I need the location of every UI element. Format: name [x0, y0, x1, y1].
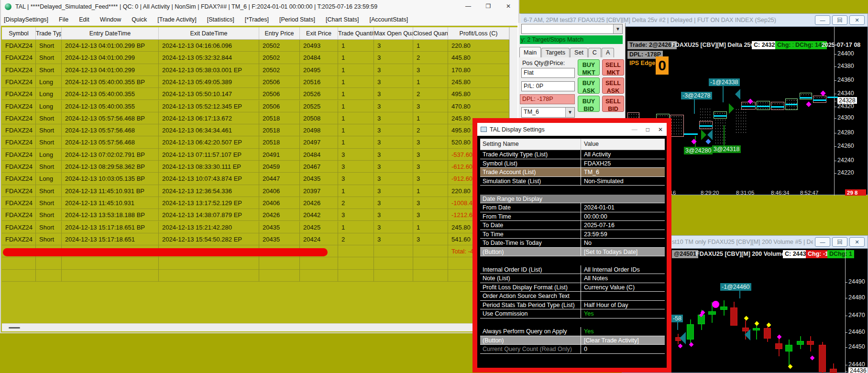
maximize-icon[interactable]: □ [646, 126, 649, 133]
setting-row-from-date[interactable]: From Date2024-01-01 [480, 203, 665, 212]
setting-row-date-range-to-display[interactable]: Date Range to Display [480, 195, 665, 204]
table-row[interactable]: FDAXZ24Short2024-12-13 05:57:56.4682024-… [2, 136, 509, 148]
setting-row--button-[interactable]: (Button)[Set to Todays Date] [480, 248, 665, 257]
buy-mkt-button[interactable]: BUYMKT [578, 59, 600, 76]
account-dropdown[interactable]: TM_6 ▼ [521, 107, 575, 118]
chevron-down-icon[interactable]: ▼ [613, 24, 622, 33]
column-header-8[interactable]: Closed Quantity [413, 27, 448, 40]
setting-row-period-stats-tab-period-type-list-[interactable]: Period Stats Tab Period Type (List)Half … [480, 301, 665, 310]
close-icon[interactable]: ✕ [658, 126, 663, 133]
close-icon[interactable]: ✕ [849, 237, 865, 247]
menu-item-accountstats[interactable]: [AccountStats] [370, 16, 408, 23]
tab-targets[interactable]: Targets [541, 48, 570, 57]
column-header-4[interactable]: Entry Price [259, 27, 300, 40]
minimize-icon[interactable]: — [815, 237, 830, 247]
setting-row-to-date-time-is-today[interactable]: To Date-Time is TodayNo [480, 239, 665, 248]
setting-row-current-query-count-read-only-[interactable]: Current Query Count (Read Only)0 [480, 345, 665, 354]
table-row[interactable]: FDAXZ24Short2024-12-13 05:57:56.4682024-… [2, 124, 509, 136]
buy-ask-button[interactable]: BUYASK [578, 77, 600, 94]
column-header-5[interactable]: Exit Price [300, 27, 338, 40]
menu-item-window[interactable]: Window [100, 16, 121, 23]
setting-row-to-time[interactable]: To Time23:59:59 [480, 230, 665, 239]
column-header-6[interactable]: Trade Quantity [338, 27, 374, 40]
buy-bid-button[interactable]: BUYBID [578, 96, 600, 112]
sell-mkt-button[interactable]: SELLMKT [602, 59, 624, 76]
setting-row-symbol-list-[interactable]: Symbol (List)FDAXH25 [480, 159, 665, 168]
setting-row-always-perform-query-on-apply[interactable]: Always Perform Query on ApplyYes [480, 327, 665, 336]
chevron-down-icon[interactable]: ▼ [565, 108, 574, 117]
setting-row-trade-activity-type-list-[interactable]: Trade Activity Type (List)All Activity [480, 150, 665, 159]
table-row[interactable]: FDAXZ24Short2024-12-13 13:53:18.188 BP20… [2, 209, 509, 221]
instrument-combobox[interactable]: ▼ [521, 24, 623, 34]
table-row[interactable]: FDAXZ24Short2024-12-13 04:01:00.2992024-… [2, 64, 509, 76]
table-row[interactable]: FDAXZ24Long2024-12-13 10:03:05.135 BP202… [2, 173, 509, 185]
column-header-3[interactable]: Exit DateTime [159, 27, 259, 40]
close-icon[interactable]: ✕ [498, 1, 518, 12]
minimize-icon[interactable]: — [815, 15, 830, 25]
setting-row-to-date[interactable]: To Date2025-07-16 [480, 221, 665, 230]
menu-item-statistics[interactable]: [Statistics] [207, 16, 234, 23]
table-row[interactable]: FDAXZ24Short2024-12-13 11:45:10.9312024-… [2, 197, 509, 209]
column-header-0[interactable]: Symbol [2, 27, 36, 40]
minimize-icon[interactable]: — [458, 1, 478, 12]
setting-row-trade-account-list-[interactable]: Trade Account (List)TM_6 [480, 168, 665, 177]
column-header-7[interactable]: Max Open Quantity [374, 27, 413, 40]
column-header-9[interactable]: Profit/Loss (C) [448, 27, 509, 40]
table-row[interactable]: FDAXZ24Short2024-12-13 08:29:58.362 BP20… [2, 161, 509, 173]
column-header-1[interactable]: Trade Type [36, 27, 62, 40]
maximize-icon[interactable]: 回 [832, 15, 847, 25]
table-row[interactable]: FDAXZ24Long2024-12-13 05:40:00.3552024-1… [2, 88, 509, 100]
dialog-titlebar[interactable]: TAL Display Settings — □ ✕ [477, 123, 667, 136]
minimize-icon[interactable]: — [632, 126, 637, 133]
pl-field[interactable]: P/L: 0P [521, 81, 575, 91]
table-row[interactable]: FDAXZ24Short2024-12-13 05:57:56.468 BP20… [2, 112, 509, 124]
setting-value[interactable]: [Clear Trade Activity] [581, 336, 665, 345]
setting-row-internal-order-id-list-[interactable]: Internal Order ID (List)All Internal Ord… [480, 265, 665, 274]
tab-a[interactable]: A [602, 48, 614, 57]
menu-item-periodstats[interactable]: [Period Stats] [279, 16, 315, 23]
table-row[interactable]: FDAXZ24Short2024-12-13 11:45:10.931 BP20… [2, 185, 509, 197]
menu-item-chartstats[interactable]: [Chart Stats] [326, 16, 359, 23]
setting-row-simulation-state-list-[interactable]: Simulation State (List)Non-Simulated [480, 177, 665, 186]
table-row[interactable]: FDAXZ24Long2024-12-13 05:40:00.3552024-1… [2, 100, 509, 112]
horizontal-scrollbar[interactable] [2, 323, 509, 331]
dpl-field: DPL: -178P [520, 94, 575, 104]
position-field[interactable]: Flat [521, 68, 575, 78]
trade-panel: ▼ y: 2 Target/Stops Match MainTargetsSet… [517, 23, 626, 120]
tab-c[interactable]: C [588, 48, 601, 57]
column-header-2[interactable]: Entry DateTime [62, 27, 159, 40]
menu-item-displaysettings[interactable]: [DisplaySettings] [4, 16, 48, 23]
menu-item-trades[interactable]: [*Trades] [245, 16, 269, 23]
table-row[interactable]: FDAXZ24Long2024-12-13 07:02:02.791 BP202… [2, 149, 509, 161]
cell: 20435 [259, 233, 300, 245]
setting-row--button-[interactable]: (Button)[Clear Trade Activity] [480, 336, 665, 345]
trade-arrow-left [745, 329, 750, 340]
close-icon[interactable]: ✕ [849, 15, 865, 25]
menu-item-edit[interactable]: Edit [79, 16, 89, 23]
maximize-icon[interactable]: 回 [832, 237, 847, 247]
table-row[interactable]: FDAXZ24Short2024-12-13 15:17:18.651 BP20… [2, 221, 509, 233]
scrollbar-thumb[interactable] [9, 327, 20, 329]
table-row[interactable]: FDAXZ24Short2024-12-13 04:01:00.2992024-… [2, 52, 509, 64]
setting-row-from-time[interactable]: From Time00:00:00 [480, 212, 665, 221]
setting-value[interactable]: [Set to Todays Date] [581, 248, 665, 256]
setting-row-note-list-[interactable]: Note (List)All Notes [480, 274, 665, 283]
main-titlebar[interactable]: TAL | ****Delayed_Simulated_Feed**** | Q… [1, 0, 518, 13]
table-row[interactable]: FDAXZ24Short2024-12-13 15:17:18.6512024-… [2, 233, 509, 245]
tab-main[interactable]: Main [519, 47, 541, 57]
setting-row-use-commission[interactable]: Use CommissionYes [480, 309, 665, 318]
menu-item-tradeactivity[interactable]: [Trade Activity] [157, 16, 197, 23]
tab-set[interactable]: Set [570, 48, 588, 57]
sell-ask-button[interactable]: SELLASK [602, 77, 624, 94]
menu-item-quick[interactable]: Quick [132, 16, 147, 23]
setting-row-order-action-source-search-text[interactable]: Order Action Source Search Text [480, 292, 665, 301]
maximize-icon[interactable]: ❐ [478, 1, 498, 12]
cell: 3 [338, 149, 374, 161]
cell: Long [36, 173, 62, 185]
table-row[interactable]: FDAXZ24Long2024-12-13 05:40:00.355 BP202… [2, 76, 509, 88]
cell: 1 [338, 64, 374, 76]
setting-row-profit-loss-display-format-list-[interactable]: Profit Loss Display Format (List)Currenc… [480, 283, 665, 292]
menu-item-file[interactable]: File [59, 16, 68, 23]
table-row[interactable]: FDAXZ24Short2024-12-13 04:01:00.299 BP20… [2, 40, 509, 52]
sell-bid-button[interactable]: SELLBID [602, 96, 624, 112]
